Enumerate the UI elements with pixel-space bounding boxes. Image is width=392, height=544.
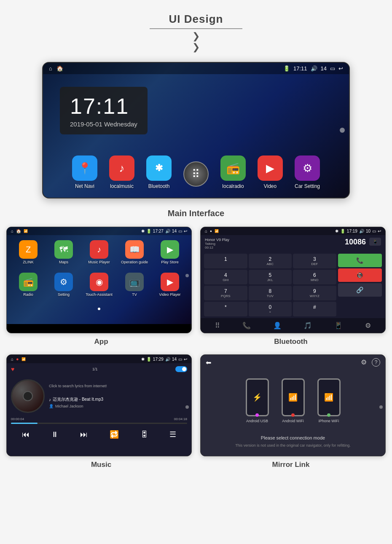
bt-bt-icon: ✱ [335,229,338,233]
app-home-icon[interactable]: ⌂ [11,229,13,233]
app-localmusic[interactable]: ♪ localmusic [109,155,134,189]
bt-caller-name: Honor V9 Play [205,238,341,242]
music-mirror-labels: Music Mirror Link [6,461,386,469]
album-art [11,379,45,413]
app-status-time: 17:27 [153,229,164,233]
row-app-bluetooth: ⌂ 🏠 📶 ✱ 🔋 17:27 🔊 14 ▭ ↩ Z Z [6,227,386,333]
playlist-button[interactable]: ☰ [169,430,176,439]
app-maps[interactable]: 🗺 Maps [48,240,79,264]
back-icon[interactable]: ↩ [338,65,343,72]
bt-key-4[interactable]: 4GHI [204,270,247,284]
app-music-player[interactable]: ♪ Music Player [83,240,115,264]
next-button[interactable]: ⏭ [80,430,88,439]
mirror-bottom-text: Please select connection mode This versi… [201,431,385,452]
battery-icon: 🔋 [283,65,290,72]
app-screen: ⌂ 🏠 📶 ✱ 🔋 17:27 🔊 14 ▭ ↩ Z Z [6,227,192,333]
app-play-store[interactable]: ▶ Play Store [154,240,185,264]
music-artist-row: 👤 Michael Jackson [49,404,187,408]
music-back-icon[interactable]: ↩ [184,357,187,362]
music-status-num: 14 [172,357,177,362]
app-setting[interactable]: ⚙ Setting [48,273,79,297]
app-video-player[interactable]: ▶ Video Player [154,273,185,297]
bt-key-hash[interactable]: # [293,302,336,316]
app-touch-assistant[interactable]: ◉ Touch-Assistant [83,273,115,297]
play-pause-button[interactable]: ⏸ [51,430,59,439]
heart-icon[interactable]: ♥ [11,366,14,372]
bt-dot-icon: ● [210,229,212,233]
bt-key-8[interactable]: 8TUV [249,286,292,300]
bt-end-button[interactable]: 📵 [338,268,382,282]
mirror-back-icon[interactable]: ⬅ [206,359,211,367]
bt-call-btn-bar[interactable]: 📞 [242,322,251,330]
app-carsetting[interactable]: ⚙ Car Setting [295,155,320,189]
bt-key-7[interactable]: 7PQRS [204,286,247,300]
app-netnavi[interactable]: 📍 Net Navi [72,155,97,189]
bt-back-icon[interactable]: ↩ [378,229,381,233]
bt-home-icon[interactable]: ⌂ [205,229,207,233]
wifi-green-icon: 📶 [324,393,333,402]
bt-transfer-btn[interactable]: 🎵 [303,322,312,330]
app-zlink[interactable]: Z ZLINK [13,240,44,264]
app-localradio[interactable]: 📻 localradio [220,155,246,189]
bt-screen-button[interactable]: 📱 [369,238,381,246]
music-toggle[interactable] [175,366,187,372]
window-icon[interactable]: ▭ [330,65,335,72]
app-apps-icon[interactable]: 🏠 [16,229,21,233]
mirror-help-icon[interactable]: ? [372,358,380,367]
bt-key-5[interactable]: 5JKL [249,270,292,284]
bt-call-button[interactable]: 📞 [338,254,382,267]
music-search-text[interactable]: Click to search lyrics from internet! [49,384,187,388]
app-tv[interactable]: 📺 TV [119,273,150,297]
mirror-col-label: Mirror Link [196,461,386,469]
equalizer-button[interactable]: 🎛 [140,430,148,439]
music-window-icon[interactable]: ▭ [178,357,182,362]
home-nav-icon[interactable]: ⌂ [49,65,52,72]
bt-key-9[interactable]: 9WXYZ [293,286,336,300]
setting-icon: ⚙ [54,273,73,291]
bt-misc-button[interactable]: 🔗 [338,283,382,297]
app-grid[interactable]: ⠿ [183,161,209,189]
music-player-label: Music Player [88,260,110,264]
localmusic-icon: ♪ [109,155,134,181]
bt-status-bar: ⌂ ● 📶 ✱ 🔋 17:19 🔊 10 ▭ ↩ [201,227,385,235]
main-status-time: 17:11 [293,65,307,72]
bt-dialpad-btn[interactable]: ⠿ [215,322,220,330]
music-home-icon[interactable]: ⌂ [11,357,13,362]
main-status-bar: ⌂ 🏠 🔋 17:11 🔊 14 ▭ ↩ [43,63,349,74]
bt-dialpad-area: 1 2ABC 3DEF 4GHI 5JKL 6MNO 7PQRS 8TUV 9W… [201,252,385,318]
setting-label: Setting [58,292,70,297]
main-app-row: 📍 Net Navi ♪ localmusic ✱ Bluetooth ⠿ 📻 … [43,143,349,198]
app-bluetooth[interactable]: ✱ Bluetooth [146,155,172,189]
bt-key-star[interactable]: * [204,302,247,316]
music-progress-bar[interactable] [11,423,187,424]
music-vol-icon: 🔊 [165,357,170,362]
app-radio[interactable]: 📻 Radio [13,273,44,297]
repeat-button[interactable]: 🔁 [110,430,119,439]
music-bt-icon: ✱ [141,357,145,362]
title-underline [150,28,242,29]
mirror-settings-icon[interactable]: ⚙ [361,358,367,367]
android-wifi-option[interactable]: 📶 Android WiFi [282,378,305,423]
app-back-icon[interactable]: ↩ [184,229,187,233]
video-label: Video [264,183,277,189]
prev-button[interactable]: ⏮ [22,430,30,439]
app-op-guide[interactable]: 📖 Operation guide [119,240,150,264]
bt-window-icon[interactable]: ▭ [372,229,376,233]
bt-key-0[interactable]: 0+ [249,302,292,316]
android-usb-option[interactable]: ⚡ Android USB [246,378,269,423]
bt-settings-btn[interactable]: ⚙ [365,322,371,330]
iphone-wifi-option[interactable]: 📶 iPhone WiFi [317,378,341,423]
music-time-total: 00:04:18 [174,417,187,421]
touch-assistant-label: Touch-Assistant [86,292,113,297]
bt-key-3[interactable]: 3DEF [293,254,336,268]
bt-key-1[interactable]: 1 [204,254,247,268]
bt-key-2[interactable]: 2ABC [249,254,292,268]
bt-contact-btn[interactable]: 👤 [273,322,282,330]
app-window-icon[interactable]: ▭ [178,229,182,233]
apps-nav-icon[interactable]: 🏠 [56,65,63,72]
bt-time: 17:19 [347,229,357,233]
bt-key-6[interactable]: 6MNO [293,270,336,284]
app-video[interactable]: ▶ Video [258,155,283,189]
bt-vol-icon: 🔊 [359,229,364,233]
bt-phone-btn[interactable]: 📱 [334,322,343,330]
